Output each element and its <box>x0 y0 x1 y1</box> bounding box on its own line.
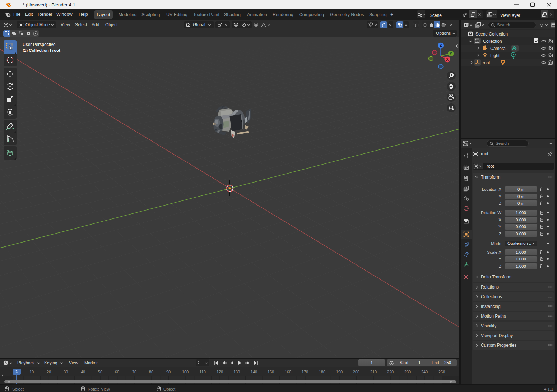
svg-text:X: X <box>446 57 449 61</box>
svg-text:Z: Z <box>440 43 442 47</box>
svg-text:Y: Y <box>450 52 452 56</box>
